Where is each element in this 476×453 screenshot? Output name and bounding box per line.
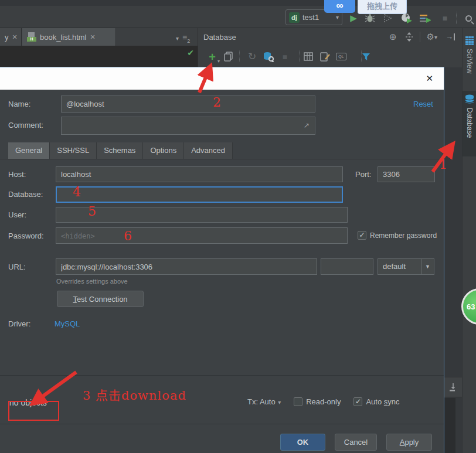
tab-options[interactable]: Options	[143, 142, 184, 159]
close-icon[interactable]: ✕	[426, 73, 433, 84]
duplicate-button[interactable]	[222, 50, 236, 64]
checkbox-checked-icon: ✓	[353, 397, 362, 406]
refresh-icon: ↻	[248, 50, 256, 63]
refresh-button[interactable]: ↻	[245, 50, 259, 64]
chevron-down-icon: ▾	[176, 35, 179, 42]
expand-icon[interactable]: ↗	[304, 121, 310, 130]
cancel-button[interactable]: Cancel	[335, 434, 377, 451]
filter-icon	[362, 53, 370, 61]
comment-label: Comment:	[8, 121, 43, 130]
user-input[interactable]	[56, 207, 348, 223]
panel-settings-button[interactable]: ⚙ ▾	[427, 32, 437, 42]
run-configuration-label: test1	[302, 13, 333, 22]
sciview-grid-icon	[465, 36, 474, 45]
hide-icon: →	[446, 33, 455, 40]
password-input[interactable]	[56, 227, 348, 244]
run-button[interactable]: ▶	[348, 12, 359, 24]
collapse-all-button[interactable]	[405, 32, 413, 42]
name-label: Name:	[8, 100, 30, 108]
url-preset-select[interactable]: default ▼	[378, 258, 434, 275]
chevron-down-icon: ▾	[278, 399, 281, 406]
host-input[interactable]	[56, 166, 343, 182]
tab-ssh-ssl[interactable]: SSH/SSL	[50, 142, 97, 159]
tool-tab-label: SciView	[465, 49, 474, 73]
tab-schemas[interactable]: Schemas	[97, 142, 143, 159]
tab-advanced[interactable]: Advanced	[184, 142, 233, 159]
checkbox-label: Remember password	[370, 231, 437, 240]
driver-link[interactable]: MySQL	[55, 319, 80, 328]
name-input[interactable]	[61, 96, 315, 113]
edit-source-button[interactable]	[318, 50, 332, 64]
badge-count: 63	[467, 302, 475, 311]
table-icon	[304, 52, 313, 61]
checkbox-label: Auto sync	[366, 397, 399, 406]
test-connection-button[interactable]: Test Connection	[57, 291, 144, 307]
jump-to-console-button[interactable]: QL	[334, 50, 348, 64]
run-configurations-button[interactable]	[419, 12, 431, 24]
debug-button[interactable]	[364, 12, 376, 24]
target-icon: ⊕	[389, 32, 397, 42]
user-label: User:	[8, 210, 26, 219]
toolbar-separator	[299, 50, 300, 62]
html-file-icon: H	[27, 32, 36, 42]
infinity-icon[interactable]: ∞	[324, 0, 355, 13]
search-everywhere-button[interactable]	[463, 12, 474, 24]
comment-input[interactable]	[61, 117, 315, 135]
header-separator	[420, 32, 420, 42]
panel-scroll-area	[444, 398, 455, 453]
reset-link[interactable]: Reset	[413, 100, 433, 108]
port-input[interactable]	[378, 166, 435, 182]
url-input[interactable]	[56, 258, 317, 275]
profiler-icon	[401, 13, 413, 23]
database-label: Database:	[8, 190, 43, 199]
dialog-tabs: General SSH/SSL Schemas Options Advanced	[8, 142, 233, 159]
toolbar-separator	[239, 50, 240, 62]
stop-button[interactable]: ■	[439, 12, 451, 24]
right-tool-stripe: SciView Database	[462, 28, 476, 453]
ok-button[interactable]: OK	[280, 434, 325, 451]
tab-book-list-html[interactable]: H book_list.html ✕	[22, 28, 116, 46]
new-datasource-button[interactable]: + ▾	[205, 50, 219, 64]
close-icon[interactable]: ✕	[90, 33, 95, 41]
ql-console-icon: QL	[336, 53, 346, 60]
data-source-dialog: ✕ Name: Reset Comment: ↗ General SSH/SSL…	[0, 67, 444, 453]
password-label: Password:	[8, 231, 44, 240]
tab-general[interactable]: General	[8, 142, 50, 159]
edit-document-icon	[320, 52, 330, 62]
tab-list-icon: ≡2	[182, 33, 190, 44]
filter-button[interactable]	[359, 50, 373, 64]
tool-tab-database[interactable]: Database	[463, 91, 476, 156]
table-view-button[interactable]	[301, 50, 315, 64]
apply-button[interactable]: Apply	[386, 434, 432, 451]
tx-mode-select[interactable]: Tx: Auto ▾	[247, 396, 281, 407]
chevron-down-icon: ▾	[336, 14, 339, 21]
panel-title: Database	[203, 33, 385, 42]
tool-tab-sciview[interactable]: SciView	[463, 33, 476, 87]
url-extra-input[interactable]	[321, 258, 373, 275]
editor-tab-options[interactable]: ▾ ≡2	[176, 33, 190, 44]
dialog-title-bar: ✕	[0, 67, 444, 90]
chevron-down-icon: ▾	[434, 34, 437, 40]
url-label: URL:	[8, 263, 26, 271]
locate-object-button[interactable]: ⊕	[389, 32, 397, 42]
profiler-button[interactable]	[401, 12, 413, 24]
stop-query-button[interactable]: ■	[278, 50, 292, 64]
ide-window: dj test1 ▾ ▶	[0, 0, 476, 453]
database-input[interactable]	[56, 186, 343, 203]
modify-datasource-button[interactable]	[261, 50, 276, 64]
remember-password-checkbox[interactable]: ✓ Remember password	[358, 231, 437, 240]
run-list-icon	[419, 13, 431, 23]
run-with-coverage-button[interactable]	[382, 12, 393, 24]
hide-panel-button[interactable]: →	[446, 33, 455, 40]
tabs-divider	[0, 159, 444, 159]
play-icon: ▶	[350, 13, 357, 23]
tab-py-file[interactable]: y ✕	[0, 28, 22, 46]
preset-value: default	[383, 259, 421, 274]
copy-icon	[224, 52, 233, 62]
close-icon[interactable]: ✕	[12, 33, 18, 41]
stop-icon: ■	[443, 13, 447, 23]
download-sources-button[interactable]	[444, 377, 462, 397]
tx-label: Tx: Auto	[247, 397, 276, 406]
auto-sync-checkbox[interactable]: ✓ Auto sync	[353, 397, 399, 406]
read-only-checkbox[interactable]: Read-only	[294, 397, 341, 406]
